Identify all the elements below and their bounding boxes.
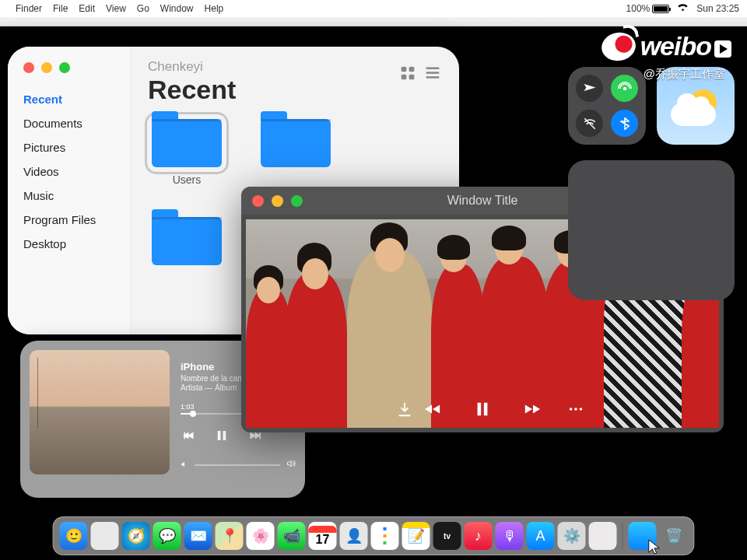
video-controls [246, 398, 719, 420]
volume-high-icon [286, 459, 296, 471]
dock-facetime[interactable]: 📹 [278, 522, 306, 550]
wifi-icon[interactable] [677, 3, 689, 14]
dock-separator [622, 523, 623, 549]
minimize-button[interactable] [41, 62, 52, 73]
finder-sidebar: Recent Documents Pictures Videos Music P… [8, 47, 131, 334]
sidebar-item-recent[interactable]: Recent [19, 87, 119, 111]
album-art[interactable] [30, 350, 170, 474]
breadcrumb[interactable]: Chenkeyi [148, 59, 442, 75]
svg-rect-3 [409, 75, 415, 80]
folder-label: Users [148, 173, 226, 186]
dock: 🙂 🧭 💬 ✉️ 📍 🌸 📹 17 👤 📝 tv ♪ 🎙 A ⚙️ 🗑️ [53, 516, 695, 555]
dock-calendar[interactable]: 17 [309, 522, 337, 550]
dock-safari[interactable]: 🧭 [122, 522, 150, 550]
menu-finder[interactable]: Finder [16, 3, 42, 14]
weibo-watermark: weibo [601, 31, 731, 61]
rewind-icon[interactable] [422, 398, 444, 420]
sidebar-item-pictures[interactable]: Pictures [19, 135, 119, 159]
cloud-icon [671, 103, 716, 126]
weibo-brand-text: weibo [640, 31, 711, 61]
bluetooth-toggle[interactable] [611, 110, 638, 137]
weibo-logo-icon [599, 30, 638, 63]
prev-track-icon[interactable] [181, 429, 195, 445]
volume-slider[interactable] [195, 464, 280, 466]
airdrop-toggle[interactable] [611, 75, 638, 102]
folder-unnamed-1[interactable] [257, 119, 335, 186]
maximize-button[interactable] [291, 195, 303, 207]
folder-users[interactable]: Users [148, 119, 226, 186]
dock-appstore[interactable]: A [527, 522, 555, 550]
weibo-handle: @乔振宇工作室 [644, 67, 725, 82]
menubar: Finder File Edit View Go Window Help 100… [0, 0, 747, 17]
svg-rect-4 [426, 68, 440, 70]
window-title: Window Title [447, 194, 518, 208]
forward-icon[interactable] [521, 398, 543, 420]
sidebar-item-documents[interactable]: Documents [19, 111, 119, 135]
close-button[interactable] [23, 62, 34, 73]
dock-podcasts[interactable]: 🎙 [496, 522, 524, 550]
traffic-lights [23, 62, 70, 73]
dock-finder[interactable]: 🙂 [60, 522, 88, 550]
sidebar-item-program-files[interactable]: Program Files [19, 208, 119, 232]
control-center-widget [568, 67, 646, 145]
menu-go[interactable]: Go [137, 3, 149, 14]
menu-window[interactable]: Window [160, 3, 194, 14]
battery-percent: 100% [626, 3, 651, 14]
dock-contacts[interactable]: 👤 [340, 522, 368, 550]
svg-rect-8 [223, 431, 226, 440]
more-icon[interactable] [565, 398, 587, 420]
dock-launchpad[interactable] [91, 522, 119, 550]
menu-help[interactable]: Help [205, 3, 224, 14]
svg-rect-10 [484, 403, 488, 416]
play-pause-icon[interactable] [215, 429, 229, 445]
svg-point-12 [574, 408, 577, 411]
grid-view-icon[interactable] [400, 65, 416, 84]
folder-icon [261, 119, 331, 167]
svg-rect-6 [426, 76, 440, 79]
page-title: Recent [148, 75, 442, 105]
dock-photos[interactable]: 🌸 [247, 522, 275, 550]
folder-icon [152, 119, 222, 167]
dock-music[interactable]: ♪ [465, 522, 493, 550]
svg-rect-9 [478, 403, 482, 416]
dock-blank[interactable] [589, 522, 617, 550]
menu-view[interactable]: View [106, 3, 126, 14]
dock-mail[interactable]: ✉️ [184, 522, 212, 550]
dock-reminders[interactable] [371, 522, 399, 550]
dock-notes[interactable]: 📝 [402, 522, 430, 550]
maximize-button[interactable] [59, 62, 70, 73]
menu-file[interactable]: File [53, 3, 68, 14]
dock-maps[interactable]: 📍 [216, 522, 244, 550]
sidebar-item-videos[interactable]: Videos [19, 159, 119, 184]
battery-status[interactable]: 100% [626, 3, 670, 14]
svg-rect-2 [402, 75, 407, 80]
battery-icon [652, 5, 669, 13]
window-tabbar [0, 17, 747, 26]
sidebar-item-desktop[interactable]: Desktop [19, 232, 119, 256]
weibo-play-icon [714, 40, 731, 58]
sidebar-item-music[interactable]: Music [19, 184, 119, 208]
close-button[interactable] [252, 195, 264, 207]
dock-messages[interactable]: 💬 [153, 522, 181, 550]
dock-trash[interactable]: 🗑️ [660, 522, 688, 550]
dock-tv[interactable]: tv [433, 522, 461, 550]
svg-point-11 [570, 408, 573, 411]
svg-rect-0 [402, 67, 407, 72]
minimize-button[interactable] [272, 195, 283, 207]
download-icon[interactable] [394, 398, 416, 420]
blank-widget [568, 160, 735, 300]
folder-icon [152, 217, 222, 265]
airplane-mode-toggle[interactable] [576, 75, 603, 102]
list-view-icon[interactable] [425, 65, 440, 84]
menubar-clock[interactable]: Sun 23:25 [696, 3, 739, 14]
svg-rect-5 [426, 72, 440, 74]
wifi-toggle[interactable] [576, 110, 603, 137]
svg-rect-1 [409, 67, 415, 72]
dock-settings[interactable]: ⚙️ [558, 522, 586, 550]
pause-icon[interactable] [472, 398, 493, 420]
menu-edit[interactable]: Edit [79, 3, 95, 14]
svg-point-14 [622, 86, 626, 90]
svg-rect-7 [218, 431, 221, 440]
mouse-cursor-icon [647, 538, 661, 558]
folder-unnamed-2[interactable] [148, 217, 226, 289]
